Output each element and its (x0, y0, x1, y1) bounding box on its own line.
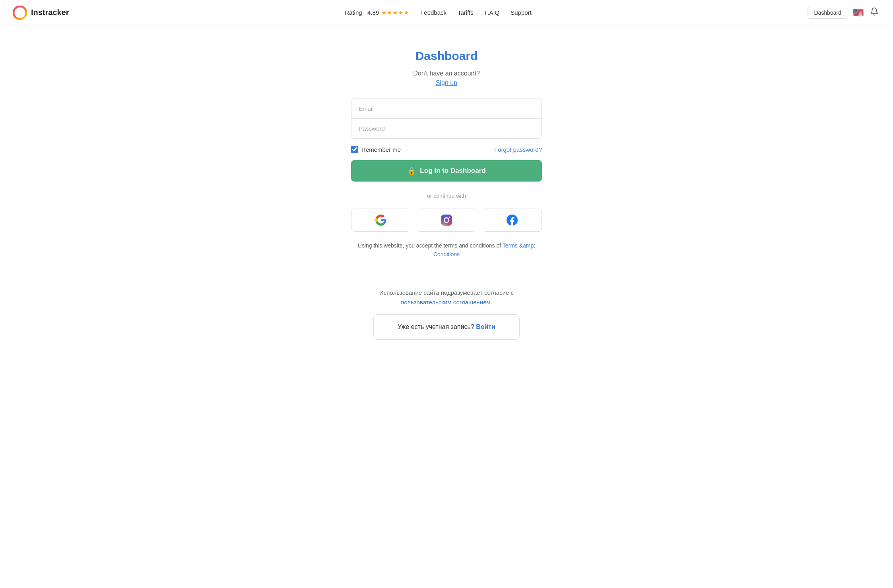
login-button-label: Log in to Dashboard (420, 167, 485, 175)
remember-me-text: Remember me (361, 146, 401, 153)
feedback-link[interactable]: Feedback (420, 9, 446, 16)
dashboard-nav-button[interactable]: Dashboard (808, 7, 848, 19)
or-continue-text: or continue with (427, 193, 466, 199)
faq-link[interactable]: F.A.Q (485, 9, 500, 16)
russian-terms-link[interactable]: пользовательским соглашением. (401, 299, 492, 306)
rating-badge: Rating - 4.89 ★★★★★ (345, 9, 409, 16)
instagram-login-button[interactable] (417, 209, 476, 232)
svg-point-0 (14, 6, 26, 19)
email-input[interactable] (351, 99, 542, 118)
terms-before-text: Using this website, you accept the terms… (358, 242, 501, 249)
russian-terms-text: Использование сайта подразумевает соглас… (379, 288, 514, 307)
password-input[interactable] (351, 118, 542, 139)
logo-text: Instracker (31, 8, 69, 17)
support-link[interactable]: Support (511, 9, 532, 16)
google-login-button[interactable] (351, 209, 410, 232)
navbar: Instracker Rating - 4.89 ★★★★★ Feedback … (0, 0, 893, 25)
stars-icon: ★★★★★ (381, 9, 409, 16)
login-form (351, 99, 542, 139)
facebook-login-button[interactable] (483, 209, 542, 232)
navbar-center: Rating - 4.89 ★★★★★ Feedback Tariffs F.A… (82, 9, 795, 16)
bell-icon (870, 7, 879, 16)
sign-up-link[interactable]: Sign up (436, 79, 457, 87)
divider-right (472, 196, 542, 196)
tariffs-link[interactable]: Tariffs (458, 9, 474, 16)
google-icon (375, 215, 386, 226)
navbar-right: Dashboard 🇺🇸 (808, 7, 881, 19)
divider-row: or continue with (351, 193, 542, 199)
lock-icon: 🔒 (407, 166, 416, 175)
no-account-text: Don't have an account? (413, 70, 480, 77)
login-button[interactable]: 🔒 Log in to Dashboard (351, 160, 542, 182)
footer-section: Использование сайта подразумевает соглас… (0, 288, 893, 340)
notifications-bell-button[interactable] (868, 7, 880, 18)
divider-left (351, 196, 421, 196)
form-options-row: Remember me Forgot password? (351, 146, 542, 153)
forgot-password-link[interactable]: Forgot password? (494, 146, 542, 153)
already-account-text: Уже есть учетная запись? (398, 323, 474, 330)
logo-icon (13, 6, 27, 20)
already-account-box[interactable]: Уже есть учетная запись? Войти (373, 314, 520, 340)
remember-me-checkbox[interactable] (351, 146, 358, 153)
language-flag-button[interactable]: 🇺🇸 (853, 8, 864, 18)
page-title: Dashboard (415, 49, 478, 63)
rating-label: Rating - 4.89 (345, 9, 379, 16)
russian-text-before: Использование сайта подразумевает соглас… (379, 289, 514, 296)
footer-divider (0, 272, 893, 272)
instagram-icon (441, 215, 452, 226)
logo-link[interactable]: Instracker (13, 6, 69, 20)
remember-me-label[interactable]: Remember me (351, 146, 401, 153)
facebook-icon (507, 215, 518, 226)
social-buttons-row (351, 209, 542, 232)
voiti-link[interactable]: Войти (476, 323, 495, 330)
main-content: Dashboard Don't have an account? Sign up… (0, 25, 893, 364)
terms-text: Using this website, you accept the terms… (351, 241, 542, 259)
